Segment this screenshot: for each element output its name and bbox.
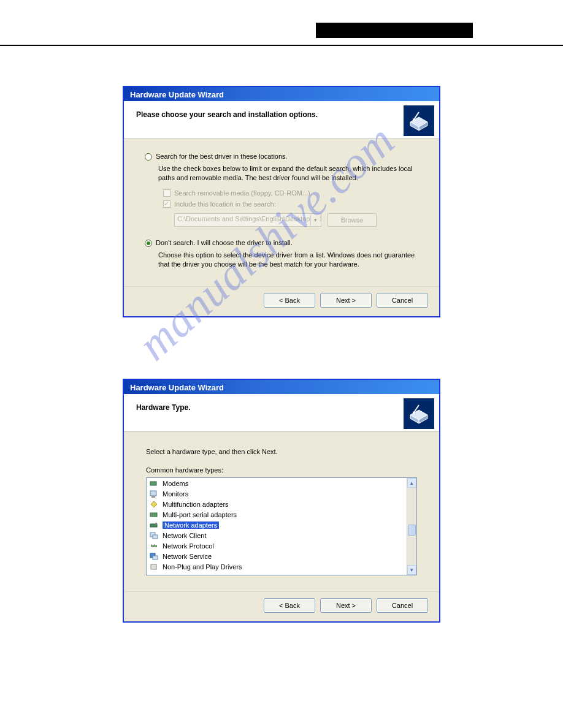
- device-icon: [149, 542, 159, 550]
- next-button[interactable]: Next >: [320, 598, 372, 613]
- cancel-button[interactable]: Cancel: [377, 293, 428, 308]
- window-titlebar[interactable]: Hardware Update Wizard: [124, 380, 439, 394]
- list-item-label: Modems: [163, 480, 188, 487]
- chevron-down-icon: ▾: [310, 214, 320, 226]
- radio-search-best[interactable]: Search for the best driver in these loca…: [145, 153, 426, 161]
- wizard-header: Please choose your search and installati…: [124, 101, 439, 139]
- list-item[interactable]: Modems: [147, 478, 407, 488]
- checkbox-icon: [163, 200, 170, 208]
- svg-rect-25: [153, 556, 158, 559]
- radio-label: Don't search. I will choose the driver t…: [156, 239, 293, 246]
- checkbox-removable-media: Search removable media (floppy, CD-ROM..…: [145, 188, 426, 199]
- list-item-label: Monitors: [163, 490, 188, 498]
- next-button[interactable]: Next >: [320, 293, 372, 308]
- window-titlebar[interactable]: Hardware Update Wizard: [124, 87, 439, 101]
- device-icon: [149, 531, 159, 540]
- radio-icon: [145, 240, 152, 247]
- svg-marker-13: [151, 501, 157, 507]
- scrollbar[interactable]: ▴ ▾: [407, 478, 416, 575]
- cancel-button[interactable]: Cancel: [377, 598, 428, 613]
- svg-rect-26: [151, 564, 156, 569]
- svg-rect-11: [150, 491, 156, 496]
- list-item[interactable]: Network Protocol: [147, 540, 407, 551]
- scroll-thumb[interactable]: [408, 525, 416, 536]
- list-item[interactable]: Monitors: [147, 488, 407, 499]
- path-dropdown: C:\Documents and Settings\English\Deskto…: [174, 213, 321, 227]
- checkbox-label: Search removable media (floppy, CD-ROM..…: [174, 189, 310, 197]
- list-item[interactable]: Multi-port serial adapters: [147, 509, 407, 520]
- device-icon: [149, 490, 159, 498]
- list-item-label: Network Service: [163, 553, 212, 560]
- hardware-type-listbox[interactable]: ModemsMonitorsMultifunction adaptersMult…: [146, 477, 417, 575]
- checkbox-label: Include this location in the search:: [174, 200, 276, 208]
- device-icon: [149, 510, 159, 519]
- radio-icon: [145, 153, 152, 161]
- back-button[interactable]: < Back: [264, 293, 315, 308]
- radio-dont-search[interactable]: Don't search. I will choose the driver t…: [145, 239, 426, 247]
- option2-description: Choose this option to select the device …: [145, 249, 426, 274]
- list-item-label: Network Client: [163, 532, 207, 539]
- list-item[interactable]: Non-Plug and Play Drivers: [147, 561, 407, 572]
- list-item-label: Non-Plug and Play Drivers: [163, 563, 242, 571]
- wizard-header: Hardware Type.: [124, 394, 439, 432]
- path-value: C:\Documents and Settings\English\Deskto…: [177, 215, 321, 222]
- svg-rect-20: [153, 535, 158, 539]
- browse-button: Browse: [327, 213, 377, 227]
- device-icon: [149, 500, 159, 509]
- wizard-search-options: Hardware Update Wizard Please choose you…: [123, 86, 440, 317]
- wizard-hardware-type: Hardware Update Wizard Hardware Type. Se…: [123, 379, 440, 623]
- page-title: Please choose your search and installati…: [124, 101, 439, 119]
- device-icon: [149, 563, 159, 571]
- list-item[interactable]: Network Client: [147, 530, 407, 540]
- list-item[interactable]: Multifunction adapters: [147, 499, 407, 509]
- checkbox-icon: [163, 189, 170, 197]
- scroll-down-icon[interactable]: ▾: [407, 565, 416, 575]
- list-label: Common hardware types:: [146, 466, 417, 474]
- list-item-label: Multifunction adapters: [163, 501, 229, 508]
- radio-label: Search for the best driver in these loca…: [156, 153, 288, 160]
- list-item-label: Network adapters: [163, 521, 219, 529]
- intro-text: Select a hardware type, and then click N…: [146, 448, 417, 455]
- page-title: Hardware Type.: [124, 394, 439, 412]
- device-icon: [149, 552, 159, 561]
- svg-rect-12: [151, 496, 155, 498]
- list-item-label: Network Protocol: [163, 542, 214, 550]
- option1-description: Use the check boxes below to limit or ex…: [145, 163, 426, 188]
- list-item[interactable]: Network adapters: [147, 520, 407, 530]
- list-item[interactable]: Network Service: [147, 551, 407, 561]
- svg-rect-18: [155, 523, 157, 525]
- wizard-icon: [404, 398, 434, 429]
- list-item-label: Multi-port serial adapters: [163, 511, 237, 518]
- checkbox-include-location: Include this location in the search:: [145, 199, 426, 210]
- device-icon: [149, 479, 159, 488]
- svg-rect-10: [150, 482, 156, 485]
- scroll-up-icon[interactable]: ▴: [407, 478, 416, 488]
- device-icon: [149, 521, 159, 529]
- back-button[interactable]: < Back: [264, 598, 315, 613]
- header-black-box: [316, 23, 473, 38]
- wizard-icon: [404, 105, 434, 136]
